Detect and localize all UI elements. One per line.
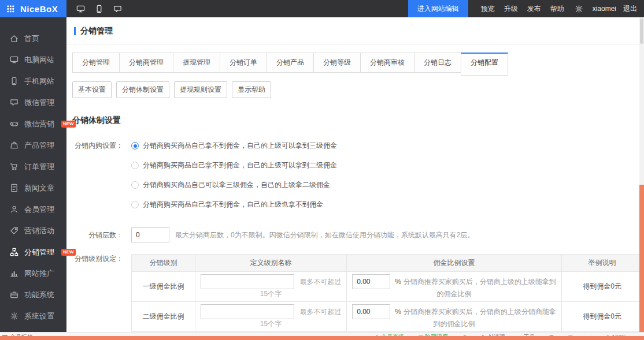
- app-grid-icon[interactable]: [6, 4, 15, 13]
- level-cell: 二级佣金比例: [132, 302, 195, 332]
- sitemap-icon: [9, 248, 18, 257]
- sub-button-显示帮助[interactable]: 显示帮助: [232, 81, 271, 98]
- title-accent-bar: [74, 27, 76, 35]
- tab-提现管理[interactable]: 提现管理: [173, 53, 220, 73]
- sidebar-item-微信管理[interactable]: 微信管理: [0, 92, 66, 113]
- sidebar-item-label: 电脑网站: [24, 55, 54, 65]
- sidebar-nav: 首页电脑网站手机网站微信管理微信营销NEW产品管理订单管理新闻文章会员管理营销活…: [0, 17, 66, 332]
- tab-分销日志[interactable]: 分销日志: [414, 53, 461, 73]
- sidebar-item-label: 微信营销: [24, 119, 54, 129]
- level-name-input[interactable]: [201, 274, 294, 289]
- sidebar-item-label: 微信管理: [24, 98, 54, 108]
- sidebar-item-label: 订单管理: [24, 162, 54, 172]
- top-link-0[interactable]: 预览: [476, 4, 499, 14]
- device-preview-icons: [66, 0, 122, 17]
- sub-button-基本设置[interactable]: 基本设置: [72, 81, 112, 98]
- chat-icon[interactable]: [113, 4, 122, 13]
- radio-unselected-icon[interactable]: [131, 162, 139, 169]
- sidebar-item-系统设置[interactable]: 系统设置: [0, 305, 66, 327]
- sidebar-item-首页[interactable]: 首页: [0, 28, 66, 49]
- percent-symbol: %: [395, 278, 401, 286]
- sidebar-item-label: 功能系统: [24, 290, 54, 300]
- example-cell: 得到佣金0元: [562, 272, 643, 302]
- sidebar-item-新闻文章[interactable]: 新闻文章: [0, 177, 66, 199]
- purchase-option-3[interactable]: 分销商购买商品自己拿不到佣金，自己的上级也拿不到佣金: [131, 200, 337, 210]
- section-title-system: 分销体制设置: [72, 115, 644, 126]
- person-icon: [9, 205, 18, 214]
- tab-分销管理[interactable]: 分销管理: [72, 53, 120, 73]
- top-link-1[interactable]: 升级: [499, 4, 523, 14]
- sub-button-row: 基本设置分销体制设置提现规则设置显示帮助: [72, 81, 644, 98]
- enter-site-edit-button[interactable]: 进入网站编辑: [408, 0, 468, 17]
- phone-icon[interactable]: [94, 4, 103, 13]
- page-title-row: 分销管理: [66, 17, 644, 44]
- purchase-options: 分销商购买商品自己拿不到佣金，自己的上级可以拿到三级佣金分销商购买商品自己拿不到…: [131, 141, 337, 219]
- sidebar-item-功能系统[interactable]: 功能系统: [0, 284, 66, 305]
- bag-icon: [9, 141, 18, 150]
- layers-row: 分销层数： 最大分销商层数，0为不限制。因微信分销限制，如在微信使用分销功能，系…: [72, 227, 644, 242]
- briefcase-icon: [9, 290, 18, 300]
- sidebar-item-label: 新闻文章: [24, 183, 54, 193]
- sidebar-item-电脑网站[interactable]: 电脑网站: [0, 49, 66, 70]
- sub-button-分销体制设置[interactable]: 分销体制设置: [116, 81, 169, 98]
- sidebar-item-订单管理[interactable]: 订单管理: [0, 156, 66, 177]
- tab-分销配置[interactable]: 分销配置: [461, 53, 508, 76]
- radio-unselected-icon[interactable]: [131, 181, 139, 189]
- gear-icon: [9, 312, 18, 321]
- radio-unselected-icon[interactable]: [131, 201, 139, 208]
- sidebar-item-分销管理[interactable]: 分销管理NEW: [0, 241, 66, 263]
- layers-input[interactable]: [131, 227, 169, 242]
- table-header-分销级别: 分销级别: [132, 255, 195, 272]
- rate-input[interactable]: [352, 304, 390, 319]
- purchase-option-2[interactable]: 分销商购买商品自己可以拿三级佣金，自己的上级拿二级佣金: [131, 180, 337, 190]
- levels-row: 分销级别设定： 分销级别定义级别名称佣金比例设置举例说明 一级佣金比例最多不可超…: [72, 254, 644, 332]
- top-link-3[interactable]: 帮助: [546, 4, 569, 14]
- purchase-option-text: 分销商购买商品自己拿不到佣金，自己的上级可以拿到二级佣金: [143, 160, 337, 170]
- tab-分销商管理[interactable]: 分销商管理: [119, 53, 173, 73]
- sidebar-item-label: 系统设置: [24, 311, 54, 322]
- vertical-scrollbar[interactable]: [639, 17, 644, 332]
- top-link-2[interactable]: 发布: [523, 4, 546, 14]
- radio-selected-icon[interactable]: [131, 142, 139, 150]
- username[interactable]: xiaomei: [589, 5, 620, 13]
- rate-cell: %分销商推荐买家购买后，分销商的上级分销商能拿到的佣金比例: [347, 302, 562, 332]
- sidebar-item-微信营销[interactable]: 微信营销NEW: [0, 113, 66, 134]
- tab-分销等级[interactable]: 分销等级: [313, 53, 361, 73]
- monitor-icon[interactable]: [76, 4, 85, 13]
- tab-分销产品[interactable]: 分销产品: [267, 53, 314, 73]
- main-content: 分销管理 分销管理分销商管理提现管理分销订单分销产品分销等级分销商审核分销日志分…: [66, 17, 644, 332]
- name-cell: 最多不可超过15个字: [195, 302, 347, 332]
- sidebar-item-label: 营销活动: [24, 226, 54, 236]
- scrollbar-thumb-orange[interactable]: [639, 185, 644, 332]
- bottom-orange-bar: [0, 336, 644, 340]
- tab-分销订单[interactable]: 分销订单: [220, 53, 267, 73]
- topbar-right: 进入网站编辑 预览升级发布帮助 xiaomei 退出: [408, 0, 644, 17]
- example-cell: 得到佣金0元: [562, 302, 643, 332]
- sidebar-item-会员管理[interactable]: 会员管理: [0, 199, 66, 220]
- sidebar-item-label: 网站推广: [24, 268, 54, 279]
- sidebar-item-产品管理[interactable]: 产品管理: [0, 134, 66, 156]
- level-name-input[interactable]: [201, 304, 294, 319]
- purchase-option-text: 分销商购买商品自己可以拿三级佣金，自己的上级拿二级佣金: [143, 180, 330, 190]
- level-cell: 一级佣金比例: [132, 272, 195, 302]
- tab-分销商审核[interactable]: 分销商审核: [360, 53, 414, 73]
- purchase-option-1[interactable]: 分销商购买商品自己拿不到佣金，自己的上级可以拿到二级佣金: [131, 160, 337, 170]
- rate-description: 分销商推荐买家购买后，分销商的上级分销商能拿到的佣金比例: [404, 308, 556, 328]
- settings-gear-icon[interactable]: [569, 5, 589, 13]
- sidebar-item-网站推广[interactable]: 网站推广: [0, 263, 66, 284]
- purchase-option-text: 分销商购买商品自己拿不到佣金，自己的上级也拿不到佣金: [143, 200, 323, 210]
- purchase-settings-row: 分销内购设置： 分销商购买商品自己拿不到佣金，自己的上级可以拿到三级佣金分销商购…: [72, 141, 644, 219]
- purchase-option-0[interactable]: 分销商购买商品自己拿不到佣金，自己的上级可以拿到三级佣金: [131, 141, 337, 151]
- rate-input[interactable]: [352, 274, 390, 289]
- sub-button-提现规则设置[interactable]: 提现规则设置: [174, 81, 227, 98]
- levels-table-header: 分销级别定义级别名称佣金比例设置举例说明: [132, 255, 643, 272]
- table-header-举例说明: 举例说明: [562, 255, 643, 272]
- sidebar-item-label: 会员管理: [24, 204, 54, 215]
- logout-link[interactable]: 退出: [620, 4, 644, 14]
- table-header-定义级别名称: 定义级别名称: [195, 255, 347, 272]
- sidebar-item-手机网站[interactable]: 手机网站: [0, 70, 66, 92]
- scrollbar-thumb[interactable]: [640, 18, 643, 44]
- sidebar-item-label: 手机网站: [24, 76, 54, 87]
- sidebar-item-营销活动[interactable]: 营销活动: [0, 220, 66, 241]
- logo-box[interactable]: NiceBoX: [0, 0, 66, 17]
